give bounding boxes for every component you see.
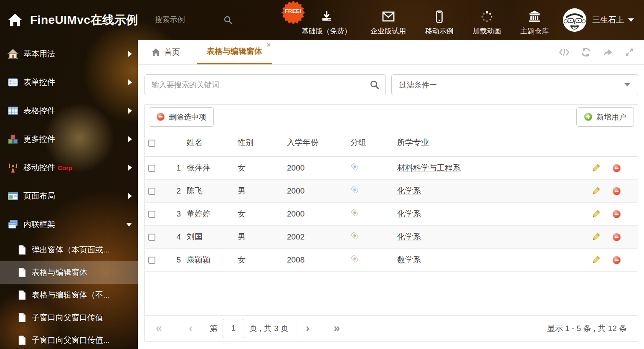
refresh-button[interactable] (581, 47, 591, 57)
next-page-button[interactable]: › (306, 323, 309, 334)
edit-icon[interactable] (591, 233, 600, 242)
cell-actions (580, 156, 638, 179)
add-user-button[interactable]: 新增用户 (576, 107, 634, 127)
submenu-item-label: 表格与编辑窗体（不... (32, 290, 110, 301)
tab-home[interactable]: 首页 (150, 40, 181, 64)
submenu-item-grid-edit-window-2[interactable]: 表格与编辑窗体（不... (0, 284, 138, 306)
major-link[interactable]: 材料科学与工程系 (397, 163, 461, 172)
main-panel: 首页 表格与编辑窗体 × (138, 40, 644, 349)
delete-icon[interactable] (612, 187, 621, 196)
sidebar-item-form-controls[interactable]: 表单控件 (0, 68, 138, 97)
source-code-button[interactable] (559, 47, 570, 57)
nav-item-theme-repo[interactable]: 主题仓库 (520, 4, 549, 36)
sidebar-item-mobile-controls[interactable]: 移动控件 Corp (0, 153, 138, 182)
avatar-face-icon (563, 8, 586, 32)
cell-actions (580, 179, 638, 202)
table-row: 2 陈飞 男 2000 (145, 179, 638, 202)
avatar (563, 8, 586, 32)
major-link[interactable]: 化学系 (397, 232, 421, 241)
submenu-item-popup-window[interactable]: 弹出窗体（本页面或... (0, 239, 138, 261)
share-button[interactable] (602, 47, 613, 57)
plus-circle-icon (584, 112, 593, 121)
submenu-item-label: 弹出窗体（本页面或... (32, 245, 110, 255)
table-row: 3 董婷婷 女 2000 (145, 202, 638, 225)
edit-icon[interactable] (591, 256, 600, 265)
delete-icon[interactable] (612, 210, 621, 219)
delete-selected-button[interactable]: 删除选中项 (149, 107, 214, 127)
keyword-search-input[interactable] (152, 81, 370, 89)
page-number-input[interactable] (223, 319, 244, 338)
top-header: FineUIMvc在线示例 FREE! 基础版（免费） (0, 0, 644, 40)
chevron-down-icon (624, 83, 630, 87)
major-link[interactable]: 化学系 (397, 209, 421, 218)
edit-icon[interactable] (591, 187, 600, 196)
sidebar-item-inline-frames[interactable]: 内联框架 (0, 210, 138, 239)
select-all-checkbox[interactable] (148, 140, 155, 147)
phone-icon (432, 10, 446, 23)
antenna-icon (8, 162, 18, 173)
edit-icon[interactable] (591, 164, 600, 173)
prev-page-button[interactable]: ‹ (189, 323, 193, 334)
download-icon (319, 10, 334, 23)
delete-icon[interactable] (612, 164, 621, 173)
major-link[interactable]: 化学系 (397, 186, 421, 195)
tag-icon (350, 186, 359, 194)
nav-item-enterprise-trial[interactable]: 企业版试用 (370, 4, 406, 36)
sidebar-item-page-layout[interactable]: 页面布局 (0, 182, 138, 210)
submenu-item-label: 子窗口向父窗口传值... (32, 335, 110, 346)
user-menu[interactable]: 三生石上 (563, 8, 634, 32)
cell-actions (580, 248, 638, 271)
nav-item-mobile-demo[interactable]: 移动示例 (425, 4, 454, 36)
close-icon[interactable]: × (267, 42, 271, 48)
submenu-item-child-to-parent[interactable]: 子窗口向父窗口传值 (0, 306, 138, 329)
row-checkbox[interactable] (148, 211, 155, 218)
grid-toolbar: 删除选中项 新增用户 (145, 105, 638, 129)
button-label: 新增用户 (596, 112, 626, 122)
search-icon[interactable] (370, 80, 380, 90)
first-page-button[interactable]: « (156, 323, 162, 334)
submenu-item-grid-edit-window[interactable]: 表格与编辑窗体 (0, 261, 138, 284)
sidebar-item-basic-usage[interactable]: 基本用法 (0, 40, 138, 68)
row-number: 4 (165, 225, 183, 248)
app-title: FineUIMvc在线示例 (30, 12, 138, 28)
sidebar-item-more-controls[interactable]: 更多控件 (0, 125, 138, 153)
delete-icon[interactable] (612, 256, 621, 265)
envelope-icon (381, 10, 396, 23)
major-link[interactable]: 数学系 (397, 255, 421, 264)
fullscreen-button[interactable] (624, 47, 635, 57)
nav-item-loading-animation[interactable]: 加载动画 (473, 4, 501, 36)
cell-year: 2000 (284, 156, 347, 179)
search-icon[interactable] (223, 15, 233, 25)
row-checkbox[interactable] (148, 234, 155, 241)
sidebar-item-grid-controls[interactable]: 表格控件 (0, 97, 138, 125)
edit-icon[interactable] (591, 210, 600, 219)
nav-item-basic-edition[interactable]: FREE! 基础版（免费） (302, 4, 351, 36)
refresh-icon (581, 47, 591, 57)
tab-grid-edit-window[interactable]: 表格与编辑窗体 × (197, 40, 272, 64)
cell-major: 化学系 (394, 225, 580, 248)
header-search-input[interactable] (155, 15, 218, 24)
sidebar: 基本用法 表单控件 表格控件 更多控件 (0, 40, 138, 349)
keyword-search-box (145, 74, 386, 95)
cell-group (347, 248, 394, 271)
column-header-num (165, 129, 183, 156)
spinner-icon (480, 10, 494, 23)
delete-icon[interactable] (612, 233, 621, 242)
row-checkbox[interactable] (148, 257, 155, 264)
submenu-item-child-to-parent-2[interactable]: 子窗口向父窗口传值... (0, 329, 138, 349)
cell-group (347, 225, 394, 248)
row-checkbox[interactable] (148, 188, 155, 195)
last-page-button[interactable]: » (334, 323, 340, 334)
submenu-item-label: 表格与编辑窗体 (32, 267, 87, 278)
sidebar-item-label: 页面布局 (23, 191, 55, 201)
row-checkbox[interactable] (148, 165, 155, 172)
chevron-right-icon (128, 193, 132, 199)
tag-icon (350, 232, 359, 240)
column-header-group: 分组 (347, 129, 394, 156)
grid-empty-area (145, 272, 638, 316)
home-logo-icon[interactable] (8, 13, 23, 27)
filter-dropdown[interactable]: 过滤条件一 (391, 74, 638, 95)
data-grid-panel: 删除选中项 新增用户 (145, 104, 638, 341)
file-icon (18, 267, 27, 278)
chevron-down-icon (126, 223, 132, 227)
